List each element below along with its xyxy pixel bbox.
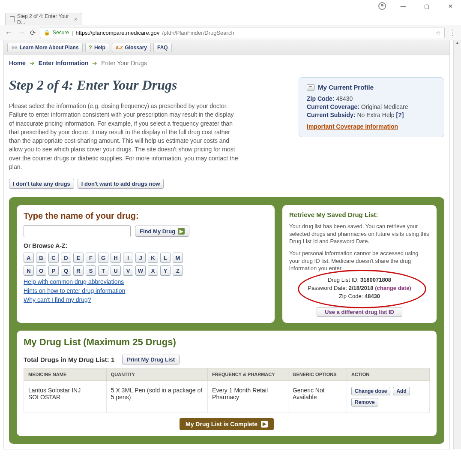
az-letter-c[interactable]: C bbox=[48, 253, 59, 263]
cell-frequency: Every 1 Month Retail Pharmacy bbox=[208, 380, 288, 413]
az-letter-m[interactable]: M bbox=[173, 253, 183, 263]
breadcrumb-current: Enter Your Drugs bbox=[101, 60, 147, 66]
question-icon: ? bbox=[89, 45, 92, 51]
az-letter-x[interactable]: X bbox=[148, 265, 158, 276]
important-coverage-link[interactable]: Important Coverage Information bbox=[307, 123, 398, 130]
browser-tab-strip: Step 2 of 4: Enter Your D... × bbox=[0, 12, 461, 25]
az-letter-g[interactable]: G bbox=[98, 253, 108, 263]
col-frequency: FREQUENCY & PHARMACY bbox=[208, 368, 288, 380]
glossary-button[interactable]: A-ZGlossary bbox=[112, 43, 151, 52]
az-letter-z[interactable]: Z bbox=[173, 265, 183, 276]
intro-paragraph: Please select the information (e.g. dosi… bbox=[9, 102, 240, 171]
print-drug-list-button[interactable]: Print My Drug List bbox=[122, 355, 180, 365]
abbrev-help-link[interactable]: Help with common drug abbreviations bbox=[24, 278, 268, 285]
back-button[interactable]: ← bbox=[4, 28, 13, 37]
change-dose-button[interactable]: Change dose bbox=[351, 387, 390, 395]
chevron-right-icon: ➔ bbox=[30, 60, 35, 66]
az-letter-s[interactable]: S bbox=[86, 265, 96, 276]
az-letter-h[interactable]: H bbox=[111, 253, 121, 263]
window-titlebar: — ▢ ✕ bbox=[0, 0, 461, 12]
browser-menu-icon[interactable]: ⋮ bbox=[449, 28, 457, 37]
retrieve-zip-row: Zip Code: 48430 bbox=[289, 293, 430, 299]
learn-more-button[interactable]: 👓Learn More About Plans bbox=[7, 43, 83, 52]
scroll-up-icon[interactable]: ▲ bbox=[454, 40, 461, 45]
page-title: Step 2 of 4: Enter Your Drugs bbox=[9, 77, 290, 93]
browse-label: Or Browse A-Z: bbox=[24, 242, 268, 249]
drug-list-table: MEDICINE NAME QUANTITY FREQUENCY & PHARM… bbox=[24, 368, 430, 413]
az-letter-l[interactable]: L bbox=[160, 253, 171, 263]
no-add-drugs-button[interactable]: I don't want to add drugs now bbox=[78, 179, 164, 189]
col-action: ACTION bbox=[347, 368, 430, 380]
hints-help-link[interactable]: Hints on how to enter drug information bbox=[24, 287, 268, 294]
az-letter-a[interactable]: A bbox=[24, 253, 34, 263]
browser-tab[interactable]: Step 2 of 4: Enter Your D... × bbox=[5, 13, 82, 25]
retrieve-para-2: Your personal information cannot be acce… bbox=[289, 250, 430, 272]
az-letter-t[interactable]: T bbox=[98, 265, 108, 276]
different-id-button[interactable]: Use a different drug list ID bbox=[317, 307, 402, 317]
forward-button[interactable]: → bbox=[17, 28, 26, 37]
az-letter-b[interactable]: B bbox=[36, 253, 46, 263]
close-tab-icon[interactable]: × bbox=[74, 16, 78, 23]
close-window-button[interactable]: ✕ bbox=[444, 0, 457, 12]
druglist-heading: My Drug List (Maximum 25 Drugs) bbox=[24, 337, 430, 348]
breadcrumb-home[interactable]: Home bbox=[9, 60, 26, 66]
address-bar[interactable]: 🔒 Secure | https://plancompare.medicare.… bbox=[40, 27, 445, 38]
change-date-link[interactable]: (change date) bbox=[375, 285, 411, 291]
az-letter-f[interactable]: F bbox=[86, 253, 96, 263]
az-letter-q[interactable]: Q bbox=[61, 265, 71, 276]
az-letter-i[interactable]: I bbox=[123, 253, 133, 263]
search-drug-card: Type the name of your drug: Find My Drug… bbox=[17, 205, 275, 322]
vertical-scrollbar[interactable]: ▲ bbox=[453, 40, 461, 449]
url-path: /pfdn/PlanFinder/DrugSearch bbox=[162, 30, 234, 36]
maximize-button[interactable]: ▢ bbox=[420, 0, 433, 12]
drug-entry-section: Type the name of your drug: Find My Drug… bbox=[9, 197, 444, 443]
subsidy-help-link[interactable]: [?] bbox=[396, 111, 404, 118]
reload-button[interactable]: ⟳ bbox=[30, 29, 36, 37]
minimize-button[interactable]: — bbox=[397, 0, 410, 12]
lock-icon: 🔒 bbox=[44, 30, 50, 36]
add-button[interactable]: Add bbox=[393, 387, 410, 395]
az-letter-u[interactable]: U bbox=[111, 265, 121, 276]
retrieve-heading: Retrieve My Saved Drug List: bbox=[289, 211, 430, 218]
my-drug-list-card: My Drug List (Maximum 25 Drugs) Total Dr… bbox=[17, 331, 437, 436]
page-content: 👓Learn More About Plans ?Help A-ZGlossar… bbox=[3, 40, 450, 449]
cell-action: Change dose Add Remove bbox=[347, 380, 430, 413]
az-letter-w[interactable]: W bbox=[135, 265, 146, 276]
az-letter-v[interactable]: V bbox=[123, 265, 133, 276]
az-letter-r[interactable]: R bbox=[73, 265, 84, 276]
cant-find-help-link[interactable]: Why can't I find my drug? bbox=[24, 296, 268, 303]
table-row: Lantus Solostar INJ SOLOSTAR 5 X 3ML Pen… bbox=[24, 380, 430, 413]
az-letter-e[interactable]: E bbox=[73, 253, 84, 263]
glasses-icon: 👓 bbox=[11, 45, 18, 51]
az-letter-j[interactable]: J bbox=[135, 253, 146, 263]
help-button[interactable]: ?Help bbox=[85, 43, 109, 52]
drug-name-input[interactable] bbox=[24, 225, 131, 237]
az-letter-o[interactable]: O bbox=[36, 265, 46, 276]
faq-button[interactable]: FAQ bbox=[153, 43, 172, 52]
remove-button[interactable]: Remove bbox=[351, 398, 378, 407]
arrow-right-icon: ▶ bbox=[178, 228, 185, 235]
tab-title: Step 2 of 4: Enter Your D... bbox=[17, 13, 72, 25]
top-utility-bar: 👓Learn More About Plans ?Help A-ZGlossar… bbox=[4, 40, 449, 55]
find-drug-button[interactable]: Find My Drug ▶ bbox=[135, 226, 189, 237]
retrieve-para-1: Your drug list has been saved. You can r… bbox=[289, 223, 430, 245]
az-letter-d[interactable]: D bbox=[61, 253, 71, 263]
a-z-icon: A-Z bbox=[116, 45, 123, 50]
col-generic: GENERIC OPTIONS bbox=[288, 368, 347, 380]
retrieve-drug-list-card: Retrieve My Saved Drug List: Your drug l… bbox=[282, 205, 437, 322]
drug-list-complete-button[interactable]: My Drug List is Complete ▶ bbox=[180, 418, 274, 430]
bookmark-star-icon[interactable]: ☆ bbox=[436, 30, 441, 36]
password-date-row: Password Date: 2/18/2018 (change date) bbox=[289, 285, 430, 291]
no-drugs-button[interactable]: I don't take any drugs bbox=[9, 179, 74, 189]
az-letter-p[interactable]: P bbox=[48, 265, 59, 276]
drug-list-id-row: Drug List ID: 3180071808 bbox=[289, 277, 430, 283]
profile-heading: My Current Profile bbox=[318, 84, 374, 91]
az-letter-k[interactable]: K bbox=[148, 253, 158, 263]
collapse-icon[interactable] bbox=[307, 84, 314, 90]
my-profile-panel: My Current Profile Zip Code: 48430 Curre… bbox=[299, 77, 444, 137]
user-account-icon[interactable] bbox=[378, 2, 386, 10]
url-host: https://plancompare.medicare.gov bbox=[75, 30, 159, 36]
az-letter-y[interactable]: Y bbox=[160, 265, 171, 276]
az-letter-n[interactable]: N bbox=[24, 265, 34, 276]
breadcrumb-enter-info[interactable]: Enter Information bbox=[39, 60, 89, 66]
